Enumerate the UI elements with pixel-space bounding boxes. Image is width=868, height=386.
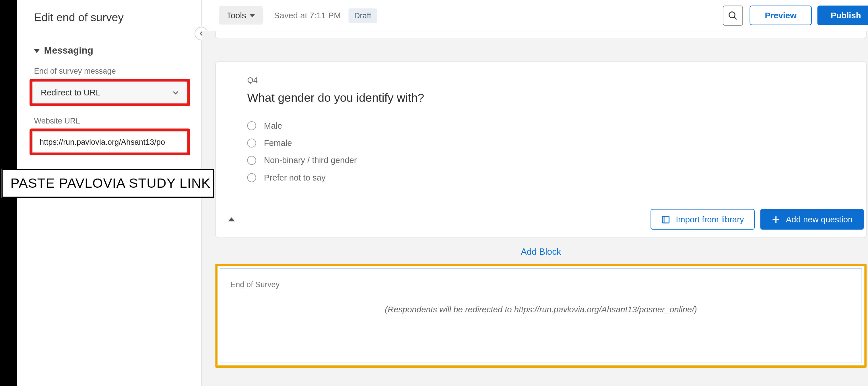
import-from-library-label: Import from library: [676, 215, 744, 224]
messaging-section-header[interactable]: Messaging: [17, 24, 202, 57]
publish-button[interactable]: Publish: [817, 6, 868, 25]
collapse-block-button[interactable]: [228, 217, 235, 221]
option-label: Prefer not to say: [264, 173, 326, 182]
end-of-survey-heading: End of Survey: [230, 280, 851, 289]
radio-icon: [247, 121, 256, 130]
highlight-eos-message: Redirect to URL: [30, 79, 190, 106]
previous-block-footer: [215, 31, 867, 39]
eos-message-field-label: End of survey message: [17, 57, 202, 75]
question-card[interactable]: Q4 What gender do you identify with? Mal…: [215, 62, 867, 204]
website-url-field-label: Website URL: [17, 106, 202, 125]
website-url-input[interactable]: [32, 131, 187, 152]
search-button[interactable]: [723, 5, 743, 26]
chevron-down-icon: [249, 14, 255, 17]
annotation-callout: PASTE PAVLOVIA STUDY LINK: [1, 169, 214, 198]
end-of-survey-redirect-message: (Respondents will be redirected to https…: [230, 305, 851, 314]
status-badge: Draft: [349, 8, 377, 23]
import-from-library-button[interactable]: Import from library: [651, 209, 754, 230]
sidebar-title: Edit end of survey: [17, 0, 202, 24]
eos-message-selected-value: Redirect to URL: [41, 88, 100, 97]
caret-down-icon: [34, 49, 40, 53]
option-label: Non-binary / third gender: [264, 155, 357, 165]
option-row[interactable]: Prefer not to say: [247, 169, 835, 186]
radio-icon: [247, 155, 256, 165]
option-label: Male: [264, 120, 282, 130]
option-row[interactable]: Non-binary / third gender: [247, 151, 835, 169]
annotation-text: PASTE PAVLOVIA STUDY LINK: [11, 175, 211, 191]
search-icon: [728, 10, 738, 20]
block-actions-row: Import from library Add new question: [215, 202, 867, 238]
question-code: Q4: [247, 75, 835, 84]
add-new-question-button[interactable]: Add new question: [760, 209, 864, 230]
preview-button[interactable]: Preview: [750, 6, 812, 25]
svg-rect-2: [662, 216, 669, 223]
tools-label: Tools: [226, 11, 246, 20]
option-row[interactable]: Female: [247, 134, 835, 151]
tools-dropdown[interactable]: Tools: [219, 6, 263, 24]
survey-canvas: Q4 What gender do you identify with? Mal…: [202, 31, 868, 386]
option-label: Female: [264, 138, 292, 148]
messaging-section-label: Messaging: [44, 45, 93, 57]
eos-message-select[interactable]: Redirect to URL: [32, 82, 187, 103]
radio-icon: [247, 173, 256, 182]
plus-icon: [771, 215, 780, 224]
question-title: What gender do you identify with?: [247, 91, 835, 105]
radio-icon: [247, 138, 256, 147]
add-new-question-label: Add new question: [786, 215, 853, 224]
add-block-link[interactable]: Add Block: [215, 238, 867, 263]
saved-timestamp: Saved at 7:11 PM: [274, 11, 341, 20]
option-row[interactable]: Male: [247, 117, 835, 134]
library-icon: [661, 215, 670, 224]
svg-line-1: [734, 16, 737, 19]
chevron-down-icon: [172, 89, 179, 96]
end-of-survey-block[interactable]: End of Survey (Respondents will be redir…: [215, 264, 867, 368]
svg-point-0: [729, 11, 735, 17]
highlight-website-url: [30, 129, 190, 155]
add-block-label: Add Block: [521, 247, 561, 256]
